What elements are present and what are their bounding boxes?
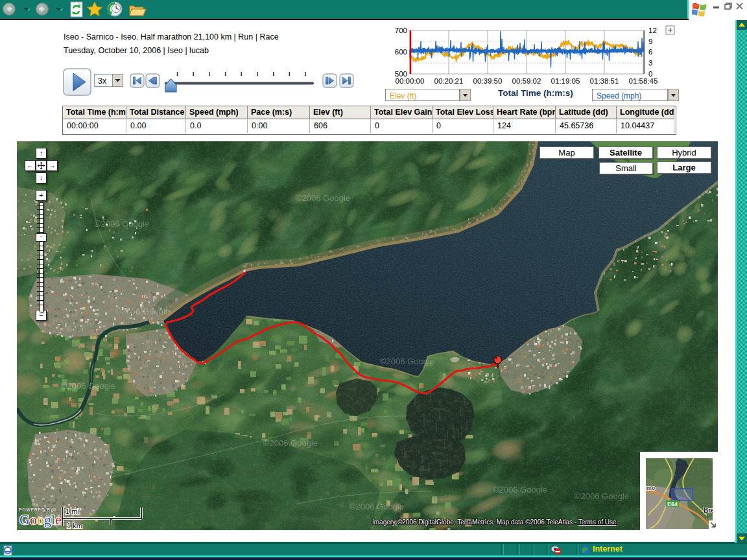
svg-text:©2006 Google: ©2006 Google: [575, 491, 629, 501]
svg-text:Bre: Bre: [704, 507, 713, 514]
svg-text:00:39:50: 00:39:50: [473, 77, 503, 85]
svg-text:0: 0: [648, 70, 652, 78]
svg-text:00:59:02: 00:59:02: [512, 77, 541, 85]
svg-text:mo: mo: [646, 485, 656, 491]
svg-text:01:19:05: 01:19:05: [551, 77, 580, 85]
svg-text:6: 6: [648, 48, 652, 56]
svg-text:9: 9: [648, 38, 652, 45]
svg-text:©2006 Google: ©2006 Google: [380, 356, 434, 366]
svg-text:600: 600: [395, 48, 407, 56]
svg-text:©2006 Google: ©2006 Google: [350, 502, 404, 511]
svg-text:700: 700: [395, 27, 407, 34]
svg-text:E64: E64: [667, 501, 678, 508]
svg-text:01:58:45: 01:58:45: [629, 77, 658, 85]
svg-text:©2006 Google: ©2006 Google: [493, 485, 547, 495]
svg-text:00:20:21: 00:20:21: [434, 77, 464, 85]
svg-text:Google: Google: [19, 512, 62, 528]
svg-text:©2006 Google: ©2006 Google: [296, 193, 350, 203]
svg-text:3x: 3x: [98, 76, 107, 86]
svg-text:©2006 Google: ©2006 Google: [115, 307, 170, 316]
svg-text:©2006 Google: ©2006 Google: [95, 219, 149, 229]
svg-text:©2006 Google: ©2006 Google: [263, 438, 318, 448]
svg-text:3: 3: [648, 59, 652, 67]
svg-text:©2006 Google: ©2006 Google: [61, 381, 115, 391]
svg-text:01:38:51: 01:38:51: [590, 77, 619, 85]
svg-text:12: 12: [648, 27, 657, 34]
